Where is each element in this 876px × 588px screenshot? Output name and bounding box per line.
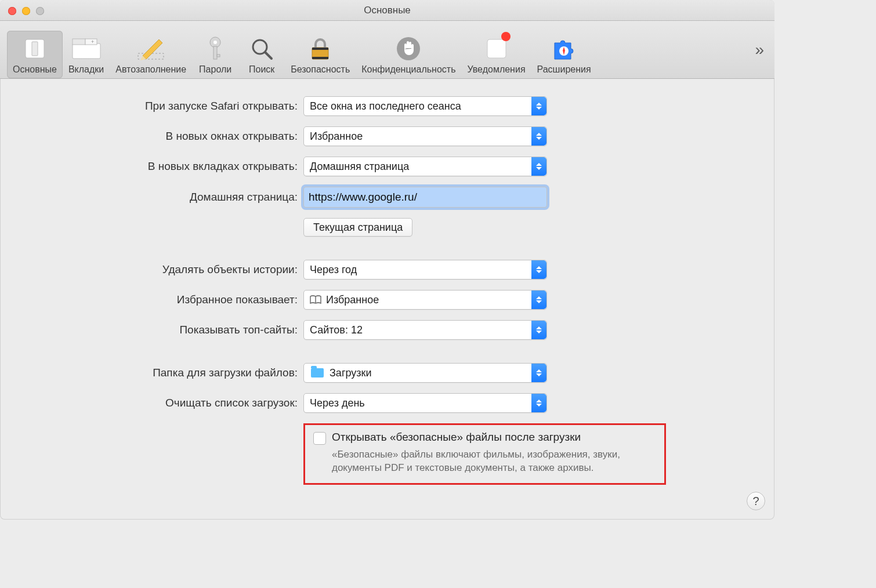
safe-files-highlight: Открывать «безопасные» файлы после загру… (303, 423, 666, 485)
chevron-updown-icon (531, 291, 546, 309)
homepage-input[interactable] (303, 187, 547, 208)
open-safe-files-checkbox[interactable] (313, 432, 326, 445)
svg-rect-19 (487, 39, 506, 58)
tab-search[interactable]: Поиск (238, 31, 285, 78)
tab-label: Вкладки (68, 64, 104, 75)
svg-rect-11 (213, 46, 217, 59)
select-value: Избранное (310, 130, 363, 143)
select-value: Домашняя страница (310, 161, 409, 173)
on-launch-label: При запуске Safari открывать: (0, 100, 303, 112)
tab-label: Расширения (537, 64, 591, 75)
download-folder-select[interactable]: Загрузки (303, 363, 547, 383)
hand-icon (396, 34, 421, 63)
clear-downloads-select[interactable]: Через день (303, 393, 547, 413)
select-value: Сайтов: 12 (310, 324, 363, 336)
select-value: Через год (310, 264, 357, 276)
titlebar: Основные (0, 0, 774, 21)
top-sites-label: Показывать топ-сайты: (0, 324, 303, 336)
favorites-shows-label: Избранное показывает: (0, 293, 303, 306)
open-safe-files-label: Открывать «безопасные» файлы после загру… (332, 431, 581, 444)
notification-icon (485, 34, 508, 63)
general-icon (22, 34, 48, 63)
tab-label: Конфиденциальность (361, 64, 455, 75)
chevron-updown-icon (531, 394, 546, 412)
chevron-updown-icon (531, 364, 546, 382)
tab-privacy[interactable]: Конфиденциальность (356, 31, 461, 78)
open-safe-files-description: «Безопасные» файлы включают фильмы, изоб… (313, 448, 656, 475)
svg-line-14 (265, 52, 272, 59)
select-value: Все окна из последнего сеанса (310, 100, 461, 112)
tab-general[interactable]: Основные (7, 31, 63, 78)
tab-label: Безопасность (291, 64, 350, 75)
top-sites-select[interactable]: Сайтов: 12 (303, 320, 547, 340)
new-windows-label: В новых окнах открывать: (0, 130, 303, 143)
preferences-window: Основные Основные + Вкладки Автозаполнен… (0, 0, 774, 520)
svg-point-18 (397, 37, 420, 60)
tab-passwords[interactable]: Пароли (192, 31, 238, 78)
svg-text:+: + (91, 39, 94, 45)
minimize-window-button[interactable] (22, 7, 30, 15)
tabs-icon: + (71, 34, 102, 63)
toolbar-overflow-button[interactable]: » (755, 41, 764, 59)
svg-rect-17 (312, 57, 328, 59)
window-controls (8, 7, 44, 15)
chevron-updown-icon (531, 157, 546, 176)
remove-history-select[interactable]: Через год (303, 260, 547, 280)
tab-label: Основные (13, 64, 57, 75)
preferences-toolbar: Основные + Вкладки Автозаполнение Пароли (0, 21, 774, 79)
general-settings-form: При запуске Safari открывать: Все окна и… (0, 79, 774, 485)
select-value: Избранное (326, 294, 379, 306)
zoom-window-button[interactable] (36, 7, 44, 15)
key-icon (207, 34, 224, 63)
select-value: Через день (310, 397, 365, 409)
svg-point-10 (213, 41, 217, 44)
svg-rect-3 (73, 39, 85, 45)
close-window-button[interactable] (8, 7, 16, 15)
new-tabs-select[interactable]: Домашняя страница (303, 157, 547, 176)
pencil-icon (135, 34, 167, 63)
tab-label: Поиск (249, 64, 274, 75)
tab-autofill[interactable]: Автозаполнение (110, 31, 192, 78)
help-button[interactable]: ? (747, 492, 765, 510)
svg-marker-7 (143, 39, 162, 59)
search-icon (249, 34, 274, 63)
tab-label: Уведомления (468, 64, 526, 75)
svg-rect-1 (32, 42, 38, 56)
tab-label: Автозаполнение (115, 64, 186, 75)
book-icon (310, 295, 321, 304)
set-current-page-button[interactable]: Текущая страница (303, 218, 412, 237)
download-folder-label: Папка для загрузки файлов: (0, 366, 303, 379)
remove-history-label: Удалять объекты истории: (0, 263, 303, 276)
svg-rect-12 (217, 55, 220, 57)
homepage-label: Домашняя страница: (0, 191, 303, 204)
tab-label: Пароли (199, 64, 231, 75)
favorites-shows-select[interactable]: Избранное (303, 290, 547, 310)
clear-downloads-label: Очищать список загрузок: (0, 397, 303, 409)
notification-badge (501, 32, 511, 41)
folder-icon (311, 368, 324, 378)
chevron-updown-icon (531, 127, 546, 146)
tab-notifications[interactable]: Уведомления (462, 31, 531, 78)
window-title: Основные (364, 5, 411, 16)
tab-tabs[interactable]: + Вкладки (63, 31, 110, 78)
puzzle-icon (551, 34, 577, 63)
tab-extensions[interactable]: Расширения (531, 31, 597, 78)
svg-rect-2 (73, 43, 100, 59)
on-launch-select[interactable]: Все окна из последнего сеанса (303, 96, 547, 116)
svg-rect-16 (312, 48, 328, 50)
chevron-updown-icon (531, 260, 546, 279)
chevron-updown-icon (531, 321, 546, 339)
lock-icon (309, 34, 332, 63)
chevron-updown-icon (531, 97, 546, 115)
tab-security[interactable]: Безопасность (285, 31, 356, 78)
select-value: Загрузки (330, 367, 371, 379)
new-tabs-label: В новых вкладках открывать: (0, 160, 303, 173)
new-windows-select[interactable]: Избранное (303, 126, 547, 146)
